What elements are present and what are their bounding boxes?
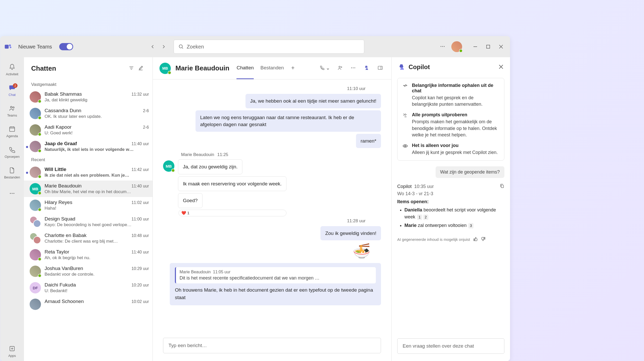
svg-point-13	[13, 193, 14, 194]
thumbs-down-button[interactable]	[481, 237, 486, 242]
svg-point-2	[10, 46, 11, 48]
copilot-close-button[interactable]	[499, 64, 503, 70]
svg-point-9	[13, 107, 14, 108]
message-incoming: Ja, dat zou geweldig zijn.	[178, 159, 242, 174]
svg-rect-7	[487, 45, 490, 48]
avatar	[30, 108, 41, 119]
group-avatar	[30, 233, 41, 244]
window-close-button[interactable]	[495, 42, 507, 51]
new-chat-button[interactable]	[136, 63, 145, 73]
chevron-down-icon	[326, 68, 329, 71]
add-tab-button[interactable]	[291, 65, 295, 71]
chat-item[interactable]: Reta Taylor11:40 uurAh, ok ik begrijp he…	[24, 247, 152, 263]
rail-files[interactable]: Bestanden	[2, 163, 22, 183]
add-people-button[interactable]	[336, 63, 344, 73]
svg-point-1	[9, 44, 11, 46]
search-input[interactable]: Zoeken	[174, 40, 364, 54]
timestamp: 11:10 uur	[163, 86, 366, 91]
reaction-heart[interactable]: ❤️ 1	[179, 210, 286, 216]
chat-item[interactable]: Joshua VanBuren10:29 uurBedankt voor de …	[24, 263, 152, 280]
conversation-panel: MB Marie Beaudouin Chatten Bestanden 11:…	[153, 57, 392, 361]
copy-button[interactable]	[500, 184, 504, 190]
svg-point-15	[339, 66, 340, 68]
copilot-intro-card: Belangrijke informatie ophalen uit de ch…	[397, 78, 504, 161]
new-teams-toggle[interactable]	[59, 43, 73, 50]
svg-point-8	[11, 106, 12, 108]
svg-point-18	[354, 67, 355, 68]
chat-list-title: Chatten	[31, 64, 127, 72]
rail-activity[interactable]: Activiteit	[2, 60, 22, 79]
chat-item[interactable]: Cassandra Dunn2-6OK. Ik stuur later een …	[24, 105, 152, 122]
avatar	[30, 124, 41, 136]
svg-point-3	[179, 45, 182, 48]
chat-list-panel: Chatten Vastgemaakt Babak Shammas11:32 u…	[24, 57, 153, 361]
rail-calendar[interactable]: Agenda	[2, 122, 22, 141]
timestamp: 11:28 uur	[163, 218, 366, 224]
svg-point-16	[351, 67, 352, 68]
chat-item[interactable]: Will Little11:42 uurIk zie dat niet als …	[24, 164, 152, 180]
avatar	[30, 200, 41, 211]
svg-point-20	[405, 145, 406, 146]
svg-rect-19	[378, 66, 383, 70]
chat-item[interactable]: DF Daichi Fukuda10:20 uurU: Bedankt!	[24, 280, 152, 296]
call-button[interactable]	[318, 63, 331, 73]
avatar	[30, 91, 41, 103]
more-button[interactable]	[349, 64, 357, 73]
window-maximize-button[interactable]	[482, 42, 494, 51]
more-options-button[interactable]	[438, 42, 447, 51]
nav-back-button[interactable]	[148, 42, 157, 51]
svg-point-11	[10, 193, 11, 194]
chat-item[interactable]: Design Squad11:00 uurKayo: De beoordelin…	[24, 214, 152, 230]
copilot-toggle-button[interactable]	[362, 63, 371, 73]
messages-scroll[interactable]: 11:10 uur Ja, we hebben ook al een tijdj…	[153, 79, 391, 338]
conversation-header: MB Marie Beaudouin Chatten Bestanden	[153, 57, 391, 79]
contact-avatar[interactable]: MB	[159, 63, 171, 74]
svg-point-5	[442, 46, 443, 47]
svg-point-12	[12, 193, 13, 194]
rail-apps[interactable]: Apps	[2, 342, 22, 361]
chat-item[interactable]: Hilary Reyes11:02 uurHaha!	[24, 197, 152, 214]
copilot-logo-icon	[398, 63, 405, 71]
chat-badge: 2	[13, 83, 18, 88]
ai-disclaimer: AI gegenereerde inhoud is mogelijk onjui…	[397, 237, 470, 242]
rail-calls[interactable]: Oproepen	[2, 143, 22, 162]
unread-indicator	[26, 146, 28, 148]
nav-forward-button[interactable]	[159, 42, 168, 51]
copilot-input[interactable]: Een vraag stellen over deze chat	[397, 338, 504, 354]
open-pane-button[interactable]	[376, 63, 385, 73]
rail-chat[interactable]: 2 Chat	[2, 81, 22, 100]
svg-point-17	[353, 67, 353, 68]
sender-time: 11:25	[217, 152, 228, 157]
tab-chat[interactable]: Chatten	[236, 57, 254, 79]
avatar: DF	[30, 282, 41, 293]
window-minimize-button[interactable]	[469, 42, 481, 51]
thumbs-up-button[interactable]	[473, 237, 478, 242]
teams-app-icon	[3, 42, 13, 51]
avatar	[30, 249, 41, 260]
current-user-avatar[interactable]	[451, 41, 462, 52]
filter-button[interactable]	[127, 63, 136, 73]
rail-more[interactable]	[2, 184, 22, 203]
citation-badge[interactable]: 3	[468, 223, 473, 228]
chat-item[interactable]: Aadi Kapoor2-6U: Goed werk!	[24, 122, 152, 138]
message-outgoing: Zou ik geweldig vinden!	[320, 226, 381, 241]
chat-item[interactable]: Charlotte en Babak10:48 uurCharlotte: De…	[24, 230, 152, 247]
copilot-suggestion-chip[interactable]: Wat zijn de geopende items?	[436, 166, 504, 178]
group-avatar	[30, 216, 41, 227]
people-icon	[9, 105, 15, 112]
chat-item[interactable]: Babak Shammas11:32 uurJa, dat klinkt gew…	[24, 89, 152, 105]
citation-badge[interactable]: 2	[423, 215, 428, 220]
chat-item-selected[interactable]: MB Marie Beaudouin11:40 uurOh btw Marie,…	[24, 180, 152, 197]
tab-files[interactable]: Bestanden	[260, 57, 284, 79]
message-outgoing: Ja, we hebben ook al een tijdje niet mee…	[245, 94, 381, 108]
recent-section-label: Recent	[24, 155, 152, 164]
apps-icon	[9, 345, 15, 353]
rail-teams[interactable]: Teams	[2, 102, 22, 121]
chat-item[interactable]: Jaap de Graaf11:40 uurNatuurlijk, ik ste…	[24, 138, 152, 155]
chat-item[interactable]: Arnaud Schoonen10:02 uur	[24, 296, 152, 313]
chat-items-scroll[interactable]: Babak Shammas11:32 uurJa, dat klinkt gew…	[24, 89, 152, 361]
message-input[interactable]: Typ een bericht…	[163, 338, 381, 353]
reply-quote[interactable]: Marie Beaudouin 11:05 uur Dit is het mee…	[175, 267, 376, 283]
sparkle-icon	[403, 83, 408, 108]
citation-badge[interactable]: 1	[417, 215, 422, 220]
